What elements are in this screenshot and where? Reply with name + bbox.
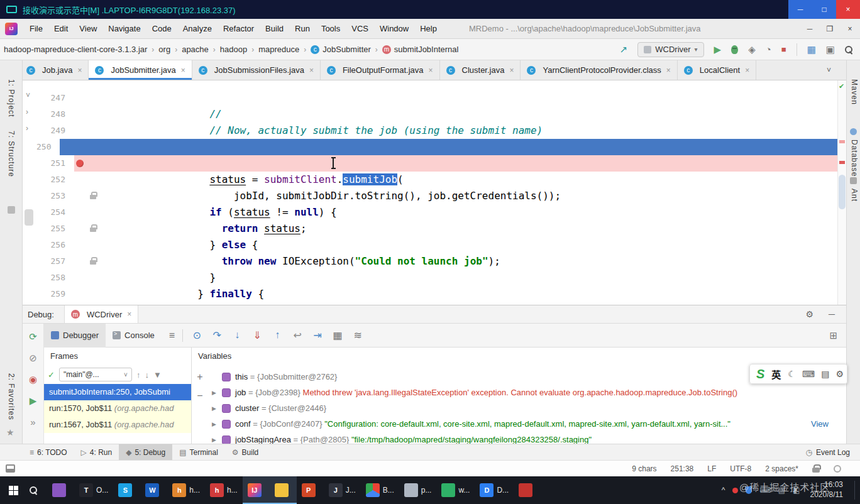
menu-item[interactable]: Run (289, 24, 316, 33)
menu-item[interactable]: Code (146, 24, 177, 33)
restore-button[interactable]: ❐ (820, 25, 840, 33)
indicator-icon[interactable] (834, 465, 841, 473)
taskbar-app[interactable]: B... (361, 476, 399, 504)
debug-step-icon[interactable]: ↷ (207, 329, 227, 341)
toolwindow-toggle-icon[interactable] (6, 464, 15, 473)
menu-item[interactable]: View (74, 24, 102, 33)
code-line-text[interactable]: // (101, 90, 837, 106)
menu-item[interactable]: Refactor (218, 24, 260, 33)
favorites-toolwindow-button[interactable]: 2: Favorites (7, 373, 16, 420)
profiler-button[interactable]: ◔ (766, 45, 771, 54)
gutter-scroll-thumb[interactable] (25, 209, 33, 226)
line-number[interactable]: 257 (36, 253, 74, 270)
toolwindow-button[interactable]: ▷ 4: Run (74, 444, 119, 461)
gutter-icon-area[interactable] (74, 286, 101, 302)
search-icon[interactable] (845, 46, 852, 53)
variable-row[interactable]: ▶ jobStagingArea = {Path@2805} "file:/tm… (208, 432, 846, 444)
remove-watch-icon[interactable]: − (197, 390, 202, 402)
debug-view-tab[interactable]: Debugger (44, 324, 106, 348)
taskbar-app[interactable] (514, 476, 541, 504)
thread-selector[interactable]: "main"@... ˅ (59, 368, 132, 381)
gutter-icon-area[interactable] (74, 123, 101, 139)
ime-icon[interactable]: ▤ (821, 369, 829, 379)
remote-close-button[interactable]: × (836, 0, 860, 19)
taskbar-app[interactable]: P (297, 476, 324, 504)
tab-close-icon[interactable]: × (181, 66, 185, 75)
maven-icon[interactable] (850, 128, 857, 135)
code-line-text[interactable]: } else { (101, 221, 837, 237)
star-icon[interactable]: ★ (6, 427, 14, 437)
debug-side-icon[interactable]: ⟳ (29, 331, 37, 342)
structure-toolwindow-button[interactable]: 7: Structure (7, 131, 16, 177)
taskbar-app[interactable]: W (140, 476, 167, 504)
code-line-text[interactable]: jobId, submitJobDir.toString(), job.getC… (101, 172, 837, 188)
run-configuration-select[interactable]: WCDriver ▾ (637, 42, 703, 57)
project-toolwindow-button[interactable]: 1: Project (7, 79, 16, 118)
taskbar-app[interactable]: h h... (167, 476, 205, 504)
expand-arrow-icon[interactable]: ▶ (212, 390, 221, 396)
status-item[interactable]: UTF-8 (730, 464, 751, 473)
expand-arrow-icon[interactable]: ▶ (212, 405, 221, 412)
fold-chevron-icon[interactable]: ˅ (26, 91, 30, 100)
debug-side-icon[interactable]: » (30, 417, 35, 427)
menu-item[interactable]: Window (374, 24, 414, 33)
stop-button[interactable]: ■ (781, 45, 786, 53)
variable-row[interactable]: ▶ cluster = {Cluster@2446} (208, 400, 846, 416)
add-watch-icon[interactable]: + (197, 371, 202, 383)
menu-item[interactable]: File (24, 24, 48, 33)
minimize-button[interactable]: ─ (800, 25, 820, 33)
window-tool-button[interactable]: ▣ (826, 45, 835, 54)
debug-side-icon[interactable]: ▶ (30, 395, 37, 407)
ime-icon[interactable]: ⌨ (802, 369, 815, 379)
maven-toolwindow-button[interactable]: Maven (850, 79, 859, 105)
tab-close-icon[interactable]: × (77, 66, 82, 75)
code-editor[interactable]: ˅ › › 247 // 248 // Now, a (23, 80, 837, 305)
breadcrumb-item[interactable]: hadoop › (220, 45, 258, 54)
editor-tab[interactable]: Cluster.java × (440, 60, 521, 80)
toolwindow-button[interactable]: ≡ 6: TODO (23, 444, 74, 461)
frame-up-icon[interactable]: ↑ (136, 370, 141, 380)
expand-arrow-icon[interactable]: ▶ (212, 421, 221, 427)
ant-icon[interactable] (850, 177, 857, 184)
sogou-logo-icon[interactable]: S (756, 367, 764, 381)
gutter-icon-area[interactable] (74, 155, 101, 172)
bookmarks-icon[interactable] (8, 206, 15, 214)
show-desktop-divider[interactable] (854, 481, 855, 500)
gutter-icon-area[interactable] (74, 172, 101, 188)
taskbar-app[interactable] (47, 476, 74, 504)
code-line-text[interactable]: // (101, 123, 837, 139)
fold-chevron-icon[interactable]: › (26, 107, 28, 116)
taskbar-app[interactable]: S (113, 476, 140, 504)
ime-icon[interactable]: ⚙ (835, 369, 844, 379)
taskbar-app[interactable]: J J... (324, 476, 361, 504)
line-number[interactable]: 250 (36, 139, 60, 155)
gutter-icon-area[interactable] (74, 253, 101, 270)
taskbar-search-icon[interactable] (30, 486, 37, 494)
ime-toolbar[interactable]: S 英 ☾⌨▤⚙ (749, 364, 847, 384)
line-number[interactable]: 259 (36, 286, 74, 302)
line-number[interactable]: 256 (36, 237, 74, 253)
line-number[interactable]: 249 (36, 123, 74, 139)
hidden-tabs-chevron-icon[interactable]: ˅ (827, 66, 831, 75)
line-number[interactable]: 248 (36, 106, 74, 123)
expand-arrow-icon[interactable]: ▶ (212, 437, 221, 443)
status-item[interactable]: 2 spaces* (765, 464, 798, 473)
editor-tab[interactable]: LocalClient × (678, 60, 756, 80)
breadcrumb-item[interactable]: submitJobInternal › (382, 45, 459, 54)
debug-step-icon[interactable]: ▦ (328, 329, 348, 341)
taskbar-app[interactable]: w... (436, 476, 475, 504)
taskbar-app[interactable]: h h... (205, 476, 243, 504)
tab-close-icon[interactable]: × (429, 66, 433, 75)
scrollbar-error-mark[interactable] (839, 161, 845, 164)
hidden-icons-chevron[interactable]: ^ (722, 486, 725, 495)
menu-item[interactable]: Navigate (102, 24, 146, 33)
code-line-text[interactable]: if (status == null) { (101, 286, 837, 302)
breadcrumb-item[interactable]: org › (158, 45, 182, 54)
code-line-text[interactable]: if (status != null) { (101, 188, 837, 204)
debug-step-icon[interactable]: ↓ (227, 329, 247, 341)
editor-tab[interactable]: YarnClientProtocolProvider.class × (521, 60, 677, 80)
editor-tab[interactable]: JobSubmitter.java × (89, 60, 192, 80)
line-number[interactable]: 258 (36, 270, 74, 286)
layout-settings-icon[interactable]: ⊞ (829, 330, 837, 341)
debug-step-icon[interactable]: ⊙ (187, 329, 207, 341)
